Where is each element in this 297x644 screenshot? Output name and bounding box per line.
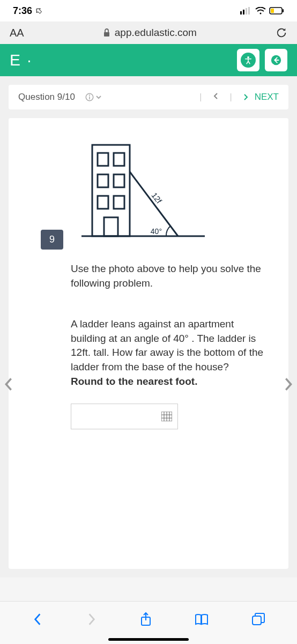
svg-rect-32 — [253, 616, 261, 625]
prev-question-button[interactable] — [212, 92, 220, 103]
arrow-left-icon — [270, 54, 282, 66]
svg-point-4 — [260, 13, 262, 14]
battery-icon — [269, 7, 284, 14]
status-time: 7:36 — [13, 5, 42, 17]
svg-rect-1 — [243, 10, 244, 14]
svg-rect-3 — [248, 7, 250, 14]
browser-toolbar — [0, 601, 297, 644]
svg-rect-16 — [114, 153, 124, 166]
logo: E · — [10, 51, 33, 69]
home-indicator[interactable] — [108, 638, 189, 641]
question-number-tag: 9 — [41, 230, 63, 250]
question-nav-bar: Question 9/10 | | NEXT — [9, 85, 288, 109]
info-icon — [85, 92, 94, 102]
chevron-right-icon — [283, 377, 294, 392]
share-button[interactable] — [139, 612, 152, 629]
share-icon — [139, 612, 152, 627]
signal-icon — [240, 7, 252, 14]
back-button[interactable] — [265, 49, 287, 71]
chevron-down-icon — [95, 94, 102, 100]
svg-rect-8 — [104, 32, 109, 36]
status-bar: 7:36 — [0, 0, 297, 21]
chevron-left-icon — [32, 612, 43, 626]
ladder-length-label: 12f — [150, 191, 164, 206]
app-header: E · — [0, 44, 297, 76]
url-text: app.edulastic.com — [115, 27, 197, 39]
status-icons — [240, 7, 284, 14]
svg-rect-7 — [283, 9, 284, 12]
chevron-right-icon — [242, 93, 250, 101]
svg-rect-6 — [271, 9, 274, 13]
svg-rect-0 — [240, 11, 242, 14]
lock-icon — [103, 28, 110, 37]
chevron-right-icon — [86, 612, 98, 626]
carousel-prev[interactable] — [3, 377, 14, 396]
svg-rect-20 — [114, 196, 124, 209]
question-card: 9 12f 40° — [9, 118, 288, 569]
question-body: A ladder leans against an apartment buil… — [71, 317, 264, 389]
svg-rect-19 — [98, 196, 108, 209]
svg-rect-17 — [98, 174, 108, 187]
next-question-button[interactable]: NEXT — [242, 92, 279, 103]
svg-rect-21 — [104, 217, 118, 236]
book-icon — [194, 613, 209, 626]
svg-line-23 — [130, 172, 178, 236]
svg-point-9 — [247, 56, 249, 58]
reload-icon[interactable] — [276, 27, 287, 39]
accessibility-icon — [241, 53, 256, 68]
text-size-button[interactable]: AA — [10, 27, 24, 39]
url-area[interactable]: app.edulastic.com — [32, 27, 268, 39]
address-bar: AA app.edulastic.com — [0, 21, 297, 44]
question-diagram: 12f 40° — [71, 140, 274, 249]
svg-rect-18 — [114, 174, 124, 187]
chevron-left-icon — [3, 377, 14, 392]
svg-rect-2 — [246, 8, 247, 14]
chevron-left-icon — [212, 92, 220, 100]
angle-label: 40° — [151, 227, 162, 236]
accessibility-button[interactable] — [237, 49, 259, 71]
question-counter: Question 9/10 — [18, 92, 75, 103]
answer-input[interactable] — [71, 404, 178, 429]
browser-back-button[interactable] — [32, 612, 43, 628]
question-intro: Use the photo above to help you solve th… — [71, 262, 264, 290]
bookmarks-button[interactable] — [194, 613, 209, 628]
info-dropdown[interactable] — [85, 92, 102, 102]
wifi-icon — [255, 7, 266, 14]
keypad-icon — [161, 412, 172, 421]
svg-rect-15 — [98, 153, 108, 166]
tabs-button[interactable] — [251, 612, 265, 628]
carousel-next[interactable] — [283, 377, 294, 396]
tabs-icon — [251, 612, 265, 626]
browser-forward-button — [86, 612, 98, 628]
